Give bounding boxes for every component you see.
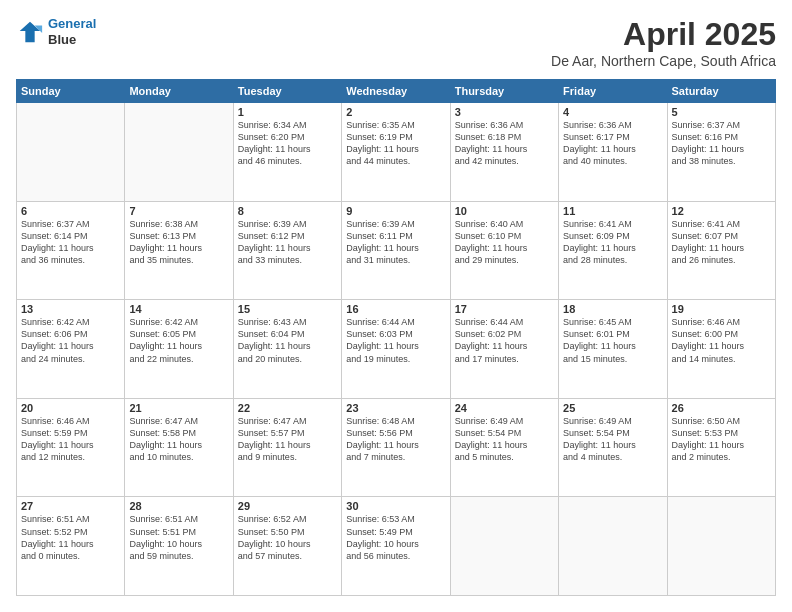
day-info: Sunrise: 6:53 AM Sunset: 5:49 PM Dayligh…	[346, 513, 445, 562]
calendar-cell	[125, 103, 233, 202]
weekday-header: Sunday	[17, 80, 125, 103]
day-info: Sunrise: 6:47 AM Sunset: 5:58 PM Dayligh…	[129, 415, 228, 464]
calendar-cell: 21Sunrise: 6:47 AM Sunset: 5:58 PM Dayli…	[125, 398, 233, 497]
day-number: 5	[672, 106, 771, 118]
subtitle: De Aar, Northern Cape, South Africa	[551, 53, 776, 69]
calendar-cell: 13Sunrise: 6:42 AM Sunset: 6:06 PM Dayli…	[17, 300, 125, 399]
day-number: 21	[129, 402, 228, 414]
weekday-header: Friday	[559, 80, 667, 103]
calendar-cell: 6Sunrise: 6:37 AM Sunset: 6:14 PM Daylig…	[17, 201, 125, 300]
calendar-cell	[450, 497, 558, 596]
calendar-cell: 24Sunrise: 6:49 AM Sunset: 5:54 PM Dayli…	[450, 398, 558, 497]
day-info: Sunrise: 6:49 AM Sunset: 5:54 PM Dayligh…	[455, 415, 554, 464]
day-number: 30	[346, 500, 445, 512]
day-number: 22	[238, 402, 337, 414]
logo-text: General Blue	[48, 16, 96, 47]
calendar-cell: 28Sunrise: 6:51 AM Sunset: 5:51 PM Dayli…	[125, 497, 233, 596]
weekday-header: Saturday	[667, 80, 775, 103]
day-number: 18	[563, 303, 662, 315]
day-info: Sunrise: 6:42 AM Sunset: 6:06 PM Dayligh…	[21, 316, 120, 365]
day-info: Sunrise: 6:48 AM Sunset: 5:56 PM Dayligh…	[346, 415, 445, 464]
day-number: 4	[563, 106, 662, 118]
calendar-cell: 17Sunrise: 6:44 AM Sunset: 6:02 PM Dayli…	[450, 300, 558, 399]
calendar-cell: 23Sunrise: 6:48 AM Sunset: 5:56 PM Dayli…	[342, 398, 450, 497]
weekday-header-row: SundayMondayTuesdayWednesdayThursdayFrid…	[17, 80, 776, 103]
calendar-cell: 11Sunrise: 6:41 AM Sunset: 6:09 PM Dayli…	[559, 201, 667, 300]
logo: General Blue	[16, 16, 96, 47]
day-number: 11	[563, 205, 662, 217]
day-number: 7	[129, 205, 228, 217]
day-info: Sunrise: 6:52 AM Sunset: 5:50 PM Dayligh…	[238, 513, 337, 562]
calendar-table: SundayMondayTuesdayWednesdayThursdayFrid…	[16, 79, 776, 596]
day-info: Sunrise: 6:36 AM Sunset: 6:18 PM Dayligh…	[455, 119, 554, 168]
day-number: 15	[238, 303, 337, 315]
calendar-week-row: 20Sunrise: 6:46 AM Sunset: 5:59 PM Dayli…	[17, 398, 776, 497]
day-number: 20	[21, 402, 120, 414]
logo-icon	[16, 18, 44, 46]
day-number: 3	[455, 106, 554, 118]
calendar-week-row: 13Sunrise: 6:42 AM Sunset: 6:06 PM Dayli…	[17, 300, 776, 399]
day-info: Sunrise: 6:51 AM Sunset: 5:52 PM Dayligh…	[21, 513, 120, 562]
calendar-cell: 22Sunrise: 6:47 AM Sunset: 5:57 PM Dayli…	[233, 398, 341, 497]
calendar-week-row: 6Sunrise: 6:37 AM Sunset: 6:14 PM Daylig…	[17, 201, 776, 300]
calendar-cell: 2Sunrise: 6:35 AM Sunset: 6:19 PM Daylig…	[342, 103, 450, 202]
calendar-cell: 5Sunrise: 6:37 AM Sunset: 6:16 PM Daylig…	[667, 103, 775, 202]
calendar-cell: 26Sunrise: 6:50 AM Sunset: 5:53 PM Dayli…	[667, 398, 775, 497]
day-info: Sunrise: 6:50 AM Sunset: 5:53 PM Dayligh…	[672, 415, 771, 464]
day-number: 28	[129, 500, 228, 512]
day-info: Sunrise: 6:36 AM Sunset: 6:17 PM Dayligh…	[563, 119, 662, 168]
calendar-cell: 8Sunrise: 6:39 AM Sunset: 6:12 PM Daylig…	[233, 201, 341, 300]
day-number: 13	[21, 303, 120, 315]
day-info: Sunrise: 6:37 AM Sunset: 6:16 PM Dayligh…	[672, 119, 771, 168]
calendar-cell: 9Sunrise: 6:39 AM Sunset: 6:11 PM Daylig…	[342, 201, 450, 300]
calendar-cell: 3Sunrise: 6:36 AM Sunset: 6:18 PM Daylig…	[450, 103, 558, 202]
calendar-cell: 27Sunrise: 6:51 AM Sunset: 5:52 PM Dayli…	[17, 497, 125, 596]
calendar-cell: 4Sunrise: 6:36 AM Sunset: 6:17 PM Daylig…	[559, 103, 667, 202]
day-info: Sunrise: 6:34 AM Sunset: 6:20 PM Dayligh…	[238, 119, 337, 168]
page: General Blue April 2025 De Aar, Northern…	[0, 0, 792, 612]
day-number: 17	[455, 303, 554, 315]
day-number: 24	[455, 402, 554, 414]
day-info: Sunrise: 6:40 AM Sunset: 6:10 PM Dayligh…	[455, 218, 554, 267]
day-info: Sunrise: 6:46 AM Sunset: 6:00 PM Dayligh…	[672, 316, 771, 365]
day-info: Sunrise: 6:42 AM Sunset: 6:05 PM Dayligh…	[129, 316, 228, 365]
title-block: April 2025 De Aar, Northern Cape, South …	[551, 16, 776, 69]
calendar-week-row: 27Sunrise: 6:51 AM Sunset: 5:52 PM Dayli…	[17, 497, 776, 596]
day-info: Sunrise: 6:51 AM Sunset: 5:51 PM Dayligh…	[129, 513, 228, 562]
calendar-cell: 1Sunrise: 6:34 AM Sunset: 6:20 PM Daylig…	[233, 103, 341, 202]
day-info: Sunrise: 6:44 AM Sunset: 6:03 PM Dayligh…	[346, 316, 445, 365]
day-info: Sunrise: 6:39 AM Sunset: 6:11 PM Dayligh…	[346, 218, 445, 267]
calendar-cell: 19Sunrise: 6:46 AM Sunset: 6:00 PM Dayli…	[667, 300, 775, 399]
day-number: 2	[346, 106, 445, 118]
weekday-header: Thursday	[450, 80, 558, 103]
day-number: 1	[238, 106, 337, 118]
calendar-cell: 12Sunrise: 6:41 AM Sunset: 6:07 PM Dayli…	[667, 201, 775, 300]
day-info: Sunrise: 6:45 AM Sunset: 6:01 PM Dayligh…	[563, 316, 662, 365]
calendar-cell	[559, 497, 667, 596]
day-info: Sunrise: 6:35 AM Sunset: 6:19 PM Dayligh…	[346, 119, 445, 168]
calendar-cell: 30Sunrise: 6:53 AM Sunset: 5:49 PM Dayli…	[342, 497, 450, 596]
calendar-cell: 7Sunrise: 6:38 AM Sunset: 6:13 PM Daylig…	[125, 201, 233, 300]
calendar-cell: 18Sunrise: 6:45 AM Sunset: 6:01 PM Dayli…	[559, 300, 667, 399]
weekday-header: Wednesday	[342, 80, 450, 103]
day-number: 12	[672, 205, 771, 217]
day-info: Sunrise: 6:38 AM Sunset: 6:13 PM Dayligh…	[129, 218, 228, 267]
calendar-cell: 25Sunrise: 6:49 AM Sunset: 5:54 PM Dayli…	[559, 398, 667, 497]
weekday-header: Monday	[125, 80, 233, 103]
day-info: Sunrise: 6:44 AM Sunset: 6:02 PM Dayligh…	[455, 316, 554, 365]
day-number: 26	[672, 402, 771, 414]
day-info: Sunrise: 6:41 AM Sunset: 6:07 PM Dayligh…	[672, 218, 771, 267]
calendar-cell: 14Sunrise: 6:42 AM Sunset: 6:05 PM Dayli…	[125, 300, 233, 399]
calendar-cell: 15Sunrise: 6:43 AM Sunset: 6:04 PM Dayli…	[233, 300, 341, 399]
day-info: Sunrise: 6:46 AM Sunset: 5:59 PM Dayligh…	[21, 415, 120, 464]
day-number: 9	[346, 205, 445, 217]
svg-marker-0	[20, 21, 41, 42]
day-number: 19	[672, 303, 771, 315]
day-info: Sunrise: 6:41 AM Sunset: 6:09 PM Dayligh…	[563, 218, 662, 267]
calendar-cell	[17, 103, 125, 202]
main-title: April 2025	[551, 16, 776, 53]
day-number: 10	[455, 205, 554, 217]
day-number: 8	[238, 205, 337, 217]
day-info: Sunrise: 6:47 AM Sunset: 5:57 PM Dayligh…	[238, 415, 337, 464]
day-number: 6	[21, 205, 120, 217]
